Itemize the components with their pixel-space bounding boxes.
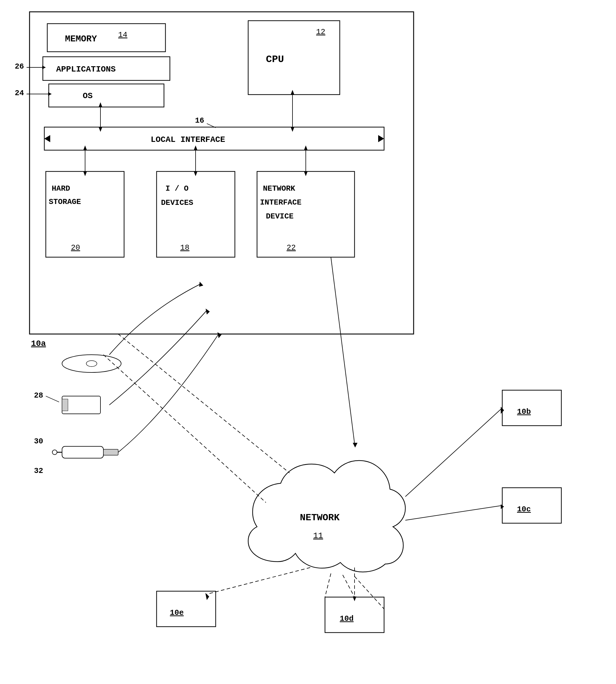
svg-rect-59 <box>62 446 104 458</box>
svg-point-53 <box>86 361 97 366</box>
svg-text:22: 22 <box>287 243 296 252</box>
svg-rect-73 <box>325 597 384 633</box>
svg-text:HARD: HARD <box>52 184 70 193</box>
svg-line-89 <box>325 574 331 597</box>
svg-text:OS: OS <box>83 91 93 101</box>
svg-marker-78 <box>353 443 357 448</box>
svg-text:STORAGE: STORAGE <box>49 197 81 206</box>
svg-rect-14 <box>248 21 340 94</box>
svg-text:18: 18 <box>180 243 190 252</box>
main-svg: MEMORY 14 APPLICATIONS OS 26 24 12 CPU L… <box>0 0 616 684</box>
svg-text:24: 24 <box>15 89 24 98</box>
svg-rect-43 <box>257 171 354 257</box>
svg-line-87 <box>118 334 289 473</box>
svg-marker-50 <box>304 171 308 176</box>
svg-text:APPLICATIONS: APPLICATIONS <box>56 65 116 74</box>
svg-rect-0 <box>29 12 414 334</box>
svg-rect-75 <box>157 591 216 627</box>
svg-text:DEVICES: DEVICES <box>161 198 193 207</box>
svg-rect-57 <box>62 399 68 411</box>
svg-marker-10 <box>42 66 46 69</box>
svg-line-22 <box>207 124 216 128</box>
svg-text:CPU: CPU <box>266 54 284 65</box>
svg-marker-13 <box>48 92 52 96</box>
svg-text:MEMORY: MEMORY <box>65 34 97 44</box>
svg-marker-24 <box>99 102 102 107</box>
svg-line-88 <box>104 355 266 503</box>
svg-marker-27 <box>291 90 294 94</box>
svg-rect-6 <box>49 84 164 107</box>
svg-text:10e: 10e <box>170 608 184 617</box>
svg-marker-82 <box>501 504 504 509</box>
svg-text:28: 28 <box>34 391 43 400</box>
svg-marker-42 <box>194 171 197 176</box>
svg-rect-4 <box>43 57 170 80</box>
svg-rect-17 <box>44 127 384 150</box>
svg-line-77 <box>331 257 354 443</box>
svg-text:10d: 10d <box>340 614 354 623</box>
svg-marker-34 <box>83 145 87 150</box>
svg-text:10c: 10c <box>517 505 531 514</box>
svg-line-55 <box>46 396 59 402</box>
svg-text:DEVICE: DEVICE <box>266 212 294 221</box>
svg-marker-84 <box>353 597 356 601</box>
svg-rect-69 <box>502 390 562 426</box>
svg-marker-35 <box>83 171 87 176</box>
svg-rect-60 <box>104 449 118 455</box>
svg-point-62 <box>52 450 57 455</box>
svg-line-90 <box>343 575 354 597</box>
svg-text:10b: 10b <box>517 407 531 416</box>
svg-text:NETWORK: NETWORK <box>263 184 295 193</box>
svg-rect-36 <box>157 171 235 257</box>
svg-line-91 <box>354 576 384 609</box>
svg-rect-29 <box>46 171 124 257</box>
svg-rect-71 <box>502 488 562 523</box>
svg-text:30: 30 <box>34 437 43 446</box>
svg-marker-28 <box>291 127 294 132</box>
svg-marker-18 <box>44 135 50 142</box>
svg-marker-19 <box>378 135 384 142</box>
svg-text:32: 32 <box>34 467 43 475</box>
svg-text:INTERFACE: INTERFACE <box>260 198 301 207</box>
svg-marker-49 <box>304 145 308 150</box>
svg-line-81 <box>405 506 502 520</box>
svg-text:12: 12 <box>316 27 325 36</box>
svg-point-52 <box>62 355 121 372</box>
svg-text:10a: 10a <box>31 339 46 348</box>
svg-text:14: 14 <box>118 30 127 39</box>
svg-line-79 <box>405 408 502 497</box>
svg-rect-1 <box>47 24 166 52</box>
svg-rect-56 <box>62 396 101 414</box>
svg-line-85 <box>207 568 310 594</box>
svg-text:20: 20 <box>71 243 80 252</box>
svg-marker-25 <box>99 127 102 132</box>
svg-text:NETWORK: NETWORK <box>300 512 340 523</box>
svg-text:11: 11 <box>313 531 323 540</box>
svg-marker-66 <box>217 332 222 338</box>
svg-marker-41 <box>194 145 197 150</box>
svg-text:16: 16 <box>195 116 204 125</box>
svg-text:LOCAL INTERFACE: LOCAL INTERFACE <box>151 135 225 144</box>
svg-text:I / O: I / O <box>166 184 189 193</box>
svg-text:26: 26 <box>15 62 24 71</box>
svg-marker-64 <box>199 282 203 287</box>
svg-marker-65 <box>206 308 210 315</box>
svg-marker-86 <box>205 593 209 600</box>
diagram-container: MEMORY 14 APPLICATIONS OS 26 24 12 CPU L… <box>0 0 616 684</box>
svg-marker-80 <box>501 407 504 414</box>
